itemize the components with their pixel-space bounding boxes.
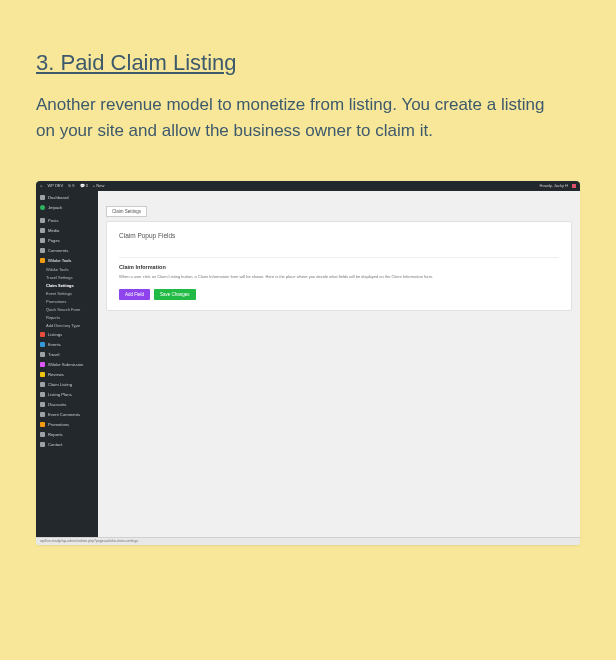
jetpack-icon	[40, 205, 45, 210]
panel-title: Claim Popup Fields	[119, 232, 559, 247]
admin-sidebar: Dashboard Jetpack Posts Media Pages Comm…	[36, 191, 98, 537]
submenu-wiloke-tools[interactable]: Wiloke Tools	[42, 266, 98, 274]
section-description: When a user click on Claim Listing butto…	[119, 274, 559, 280]
submenu-claim-settings[interactable]: Claim Settings	[42, 282, 98, 290]
submenu-travel-settings[interactable]: Travel Settings	[42, 274, 98, 282]
reviews-icon	[40, 372, 45, 377]
event-comments-icon	[40, 412, 45, 417]
sidebar-item-submission[interactable]: Wiloke Submission	[36, 360, 98, 370]
posts-icon	[40, 218, 45, 223]
promotions-icon	[40, 422, 45, 427]
settings-panel: Claim Popup Fields Claim Information Whe…	[106, 221, 572, 312]
sidebar-item-promotions[interactable]: Promotions	[36, 420, 98, 430]
wiloke-icon	[40, 258, 45, 263]
main-content: Claim Settings Claim Popup Fields Claim …	[98, 191, 580, 537]
listings-icon	[40, 332, 45, 337]
new-button[interactable]: + New	[93, 183, 104, 188]
sidebar-item-events[interactable]: Events	[36, 340, 98, 350]
contact-icon	[40, 442, 45, 447]
sidebar-item-jetpack[interactable]: Jetpack	[36, 203, 98, 213]
sidebar-item-event-comments[interactable]: Event Comments	[36, 410, 98, 420]
pages-icon	[40, 238, 45, 243]
wp-admin-bar: ⌂ WP DEV ↻ 9 💬 0 + New Howdy, Jacky H	[36, 181, 580, 191]
site-name[interactable]: WP DEV	[47, 183, 63, 188]
claim-icon	[40, 382, 45, 387]
plans-icon	[40, 392, 45, 397]
howdy-text[interactable]: Howdy, Jacky H	[540, 183, 568, 188]
sidebar-item-pages[interactable]: Pages	[36, 236, 98, 246]
sidebar-item-listings[interactable]: Listings	[36, 330, 98, 340]
add-field-button[interactable]: Add Field	[119, 289, 150, 300]
sidebar-item-wiloke-tools[interactable]: Wiloke Tools	[36, 256, 98, 266]
submenu-event-settings[interactable]: Event Settings	[42, 290, 98, 298]
sidebar-item-reviews[interactable]: Reviews	[36, 370, 98, 380]
sidebar-item-claim-listing[interactable]: Claim Listing	[36, 380, 98, 390]
save-changes-button[interactable]: Save Changes	[154, 289, 196, 300]
sidebar-item-listing-plans[interactable]: Listing Plans	[36, 390, 98, 400]
section-body: Another revenue model to monetize from l…	[36, 92, 556, 145]
wp-logo-icon: ⌂	[40, 183, 42, 188]
avatar[interactable]	[572, 184, 576, 188]
submission-icon	[40, 362, 45, 367]
updates-icon[interactable]: ↻ 9	[68, 183, 74, 188]
sidebar-item-media[interactable]: Media	[36, 226, 98, 236]
sidebar-submenu-wiloke: Wiloke Tools Travel Settings Claim Setti…	[36, 266, 98, 330]
submenu-add-directory[interactable]: Add Directory Type	[42, 322, 98, 330]
travel-icon	[40, 352, 45, 357]
tab-claim-settings[interactable]: Claim Settings	[106, 206, 147, 217]
embedded-screenshot: ⌂ WP DEV ↻ 9 💬 0 + New Howdy, Jacky H Da…	[36, 181, 580, 545]
comments-icon	[40, 248, 45, 253]
sidebar-item-travel[interactable]: Travel	[36, 350, 98, 360]
events-icon	[40, 342, 45, 347]
sidebar-item-discounts[interactable]: Discounts	[36, 400, 98, 410]
sidebar-item-contact[interactable]: Contact	[36, 440, 98, 450]
sidebar-item-reports[interactable]: Reports	[36, 430, 98, 440]
media-icon	[40, 228, 45, 233]
reports-icon	[40, 432, 45, 437]
submenu-reports[interactable]: Reports	[42, 314, 98, 322]
submenu-promotions[interactable]: Promotions	[42, 298, 98, 306]
sidebar-item-posts[interactable]: Posts	[36, 216, 98, 226]
dashboard-icon	[40, 195, 45, 200]
sidebar-item-dashboard[interactable]: Dashboard	[36, 193, 98, 203]
section-heading: 3. Paid Claim Listing	[36, 50, 580, 76]
submenu-quick-search[interactable]: Quick Search Form	[42, 306, 98, 314]
sidebar-item-comments[interactable]: Comments	[36, 246, 98, 256]
browser-status-bar: wp/live-ready/wp-admin/admin.php?page=wi…	[36, 537, 580, 545]
comments-icon[interactable]: 💬 0	[80, 183, 88, 188]
discounts-icon	[40, 402, 45, 407]
section-title: Claim Information	[119, 257, 559, 270]
